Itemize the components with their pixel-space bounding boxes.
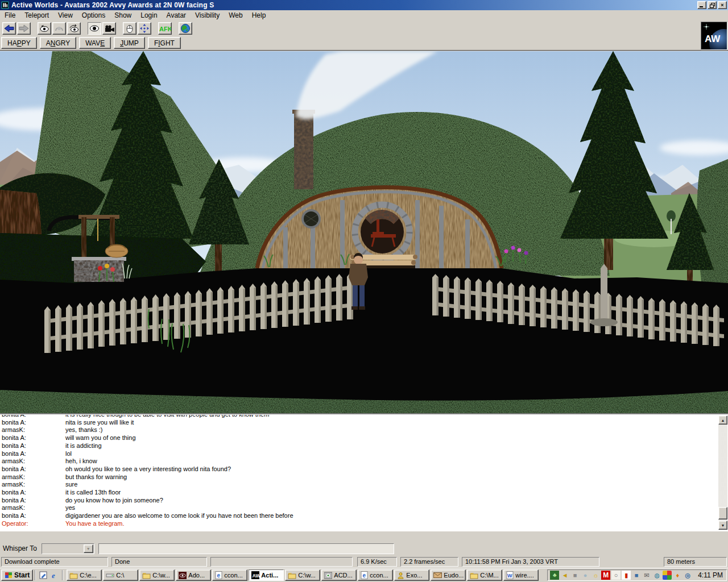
back-icon[interactable]	[2, 22, 16, 35]
chat-line: bonita A:digigardener you are also welco…	[2, 512, 717, 520]
chat-sender: bonita A:	[2, 512, 65, 520]
taskbar-window-ie1[interactable]: eccon...	[212, 569, 247, 581]
globe-icon[interactable]: ◍	[652, 571, 661, 580]
drive-icon	[106, 572, 114, 579]
quick-launch-ie-icon[interactable]: e	[49, 570, 60, 580]
taskbar-window-exodus[interactable]: Exo...	[394, 569, 429, 581]
chat-scrollbar[interactable]: ▲ ▼	[718, 415, 727, 530]
active-worlds-window-icon	[1, 1, 9, 9]
taskbar-separator	[35, 570, 36, 580]
taskbar-window-drive[interactable]: C:\	[103, 569, 138, 581]
start-button[interactable]: Start	[1, 569, 33, 581]
power-icon[interactable]: ☼	[591, 571, 600, 580]
menu-options[interactable]: Options	[77, 11, 110, 20]
taskbar-separator	[62, 570, 63, 580]
camera-icon[interactable]	[102, 22, 116, 35]
scroll-down-icon[interactable]: ▼	[718, 521, 727, 530]
menu-avatar[interactable]: Avatar	[162, 11, 191, 20]
menu-help[interactable]: Help	[247, 11, 271, 20]
toolbar: AFK HAPPY ANGRY WAVE JUMP FIGHT AW	[0, 20, 728, 51]
eye-view-icon[interactable]	[88, 22, 101, 35]
chat-sender: bonita A:	[2, 434, 65, 442]
mouse-mode-icon[interactable]	[123, 22, 136, 35]
forward-icon[interactable]	[17, 22, 31, 35]
scene-3d[interactable]	[0, 51, 728, 413]
menu-web[interactable]: Web	[224, 11, 247, 20]
taskbar-window-explorer1[interactable]: C:\e...	[67, 569, 102, 581]
menu-visibility[interactable]: Visibility	[191, 11, 224, 20]
menu-show[interactable]: Show	[110, 11, 136, 20]
windows-update-icon[interactable]	[663, 571, 672, 580]
taskbar-window-eudora[interactable]: Eudo...	[431, 569, 466, 581]
taskbar-window-explorer4[interactable]: C:\M...	[467, 569, 502, 581]
chat-sender: bonita A:	[2, 489, 65, 497]
mouse-icon[interactable]: ○	[611, 571, 621, 580]
chat-text: it is really nice though to be able to v…	[65, 415, 269, 418]
status-done: Done	[111, 557, 207, 567]
gesture-jump-button[interactable]: JUMP	[114, 37, 145, 49]
close-button[interactable]: ×	[718, 1, 727, 9]
taskbar-window-acdsee[interactable]: ACD...	[321, 569, 357, 581]
chat-sender: armasK:	[2, 473, 65, 481]
gesture-wave-button[interactable]: WAVE	[79, 37, 111, 49]
overhead-view-icon[interactable]	[52, 22, 66, 35]
avatars-icon[interactable]: AFK	[158, 22, 172, 35]
title-bar[interactable]: Active Worlds - Avatars 2002 Avvy Awards…	[0, 0, 728, 10]
web-globe-icon[interactable]	[179, 22, 192, 35]
whisper-to-dropdown[interactable]: ▼	[42, 543, 94, 554]
move-mode-icon[interactable]	[138, 22, 151, 35]
taskbar-window-activeworlds[interactable]: AWActi...	[249, 569, 284, 581]
minimize-button[interactable]	[697, 1, 706, 9]
taskbar-window-ie2[interactable]: eccon...	[358, 569, 393, 581]
chat-text: heh, i know	[65, 458, 97, 464]
chat-line: bonita A:do you know how to join someone…	[2, 497, 717, 505]
3d-viewport[interactable]	[0, 51, 728, 413]
chat-line: bonita A:it is really nice though to be …	[2, 415, 717, 419]
eudora-envelope-icon	[433, 572, 442, 579]
status-visibility-range: 80 meters	[664, 557, 727, 567]
svg-text:AFK: AFK	[159, 26, 171, 32]
restore-button[interactable]	[708, 1, 717, 9]
folder-icon	[288, 572, 296, 579]
cd-icon[interactable]: ●	[581, 571, 590, 580]
svg-text:AW: AW	[253, 573, 260, 579]
chat-line: armasK:heh, i know	[2, 458, 717, 465]
whisper-bar: Whisper To ▼	[0, 542, 728, 555]
system-monitor-icon[interactable]: ▮	[622, 571, 631, 580]
mcafee-icon[interactable]: M	[601, 571, 610, 580]
chat-text: it is called 13th floor	[65, 489, 121, 496]
network-icon[interactable]: ■	[632, 571, 641, 580]
taskbar-window-photoshop[interactable]: Ado...	[176, 569, 211, 581]
scroll-thumb[interactable]	[718, 507, 727, 519]
taskbar-window-explorer3[interactable]: C:\w...	[285, 569, 320, 581]
taskbar-window-explorer2[interactable]: C:\w...	[139, 569, 175, 581]
taskbar-window-word[interactable]: Wwire....	[503, 569, 539, 581]
gesture-happy-button[interactable]: HAPPY	[1, 37, 37, 49]
ie-document-icon: e	[361, 571, 368, 579]
round-doorway[interactable]	[355, 205, 410, 259]
status-world-time: 10:11:58 PM Fri Jan 3, 2003 VRT	[462, 557, 599, 567]
chat-input[interactable]	[98, 543, 394, 554]
menu-bar: File Teleport View Options Show Login Av…	[0, 10, 728, 20]
scroll-up-icon[interactable]: ▲	[718, 415, 727, 425]
first-person-view-icon[interactable]	[38, 22, 51, 35]
mail-icon[interactable]: ✉	[642, 571, 651, 580]
menu-login[interactable]: Login	[136, 11, 162, 20]
find-icon[interactable]: ◎	[683, 571, 692, 580]
device-icon[interactable]: ■	[570, 571, 580, 580]
quick-launch-desktop-icon[interactable]	[38, 570, 49, 580]
menu-view[interactable]: View	[53, 11, 77, 20]
chat-line: bonita A:it is addicting	[2, 442, 717, 450]
chevron-down-icon[interactable]: ▼	[84, 544, 93, 553]
volume-icon[interactable]: ◄	[560, 571, 569, 580]
window-title: Active Worlds - Avatars 2002 Avvy Awards…	[11, 1, 696, 9]
gesture-angry-button[interactable]: ANGRY	[40, 37, 76, 49]
menu-file[interactable]: File	[0, 11, 20, 20]
menu-teleport[interactable]: Teleport	[20, 11, 53, 20]
status-speed: 6.9 K/sec	[357, 557, 397, 567]
look-back-view-icon[interactable]	[67, 22, 81, 35]
gesture-fight-button[interactable]: FIGHT	[148, 37, 181, 49]
diamond-icon[interactable]: ♦	[673, 571, 682, 580]
audio-green-icon[interactable]: ♣	[550, 571, 559, 580]
chat-sender: armasK:	[2, 481, 65, 489]
